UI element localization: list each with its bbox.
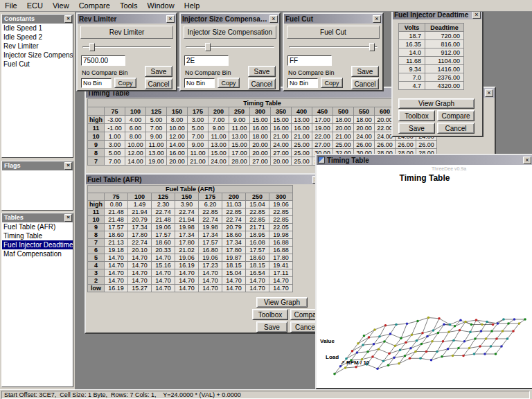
- copy-button[interactable]: Copy: [218, 78, 240, 88]
- table-cell[interactable]: 22.85: [269, 216, 293, 224]
- toolbox-button[interactable]: Toolbox: [252, 309, 288, 320]
- table-cell[interactable]: 19.98: [175, 224, 199, 231]
- table-cell[interactable]: 1104.00: [425, 57, 464, 65]
- close-icon[interactable]: ×: [523, 157, 531, 164]
- table-cell[interactable]: 17.80: [175, 239, 199, 247]
- table-cell[interactable]: 21.48: [105, 209, 128, 216]
- table-cell[interactable]: 16.08: [246, 239, 269, 247]
- table-cell[interactable]: 27.00: [250, 157, 271, 166]
- table-cell[interactable]: 17.80: [128, 231, 152, 239]
- table-cell[interactable]: 12.00: [167, 132, 188, 141]
- table-cell[interactable]: 19.87: [222, 254, 246, 262]
- table-cell[interactable]: 15.16: [152, 262, 175, 269]
- row-header[interactable]: 7: [88, 239, 105, 247]
- cancel-button[interactable]: Cancel: [248, 78, 276, 89]
- table-cell[interactable]: 19.41: [269, 262, 293, 269]
- table-cell[interactable]: 16.00: [292, 124, 312, 132]
- table-cell[interactable]: 9.00: [146, 132, 167, 141]
- column-header[interactable]: 300: [250, 107, 271, 116]
- table-cell[interactable]: 17.00: [229, 149, 250, 157]
- table-cell[interactable]: 9.34: [399, 65, 425, 73]
- table-cell[interactable]: 4.7: [399, 82, 425, 90]
- table-cell[interactable]: 16.35: [399, 40, 425, 48]
- table-cell[interactable]: 5.00: [188, 124, 209, 132]
- table-cell[interactable]: 25.00: [292, 157, 312, 166]
- table-cell[interactable]: 13.00: [229, 132, 250, 141]
- constants-list-item[interactable]: Rev Limiter: [2, 42, 73, 51]
- table-cell[interactable]: 22.74: [175, 209, 199, 216]
- tables-list-item[interactable]: Fuel Table (AFR): [2, 222, 73, 231]
- table-cell[interactable]: 14.70: [269, 285, 293, 292]
- table-cell[interactable]: 14.00: [167, 141, 188, 149]
- table-cell[interactable]: 16.88: [269, 247, 293, 254]
- slider-thumb[interactable]: [89, 43, 95, 51]
- slider-thumb[interactable]: [205, 43, 211, 51]
- table-cell[interactable]: 16.54: [246, 269, 269, 277]
- table-cell[interactable]: 19.18: [105, 247, 128, 254]
- table-cell[interactable]: 20.10: [128, 247, 152, 254]
- table-cell[interactable]: 20.00: [333, 124, 354, 132]
- table-cell[interactable]: 14.70: [175, 285, 199, 292]
- table-cell[interactable]: 21.02: [175, 247, 199, 254]
- table-cell[interactable]: 14.70: [175, 269, 199, 277]
- table-cell[interactable]: 22.85: [246, 216, 269, 224]
- table-cell[interactable]: 18.7: [399, 32, 425, 40]
- constants-list-item[interactable]: Fuel Cut: [2, 60, 73, 69]
- column-header[interactable]: 175: [199, 193, 222, 201]
- table-cell[interactable]: 22.85: [199, 209, 222, 216]
- row-header[interactable]: 2: [88, 277, 105, 285]
- table-cell[interactable]: 21.13: [105, 239, 128, 247]
- table-cell[interactable]: 22.05: [269, 224, 293, 231]
- value-input[interactable]: [81, 55, 125, 66]
- table-cell[interactable]: 18.15: [222, 262, 246, 269]
- tables-list-item[interactable]: Timing Table: [2, 231, 73, 240]
- table-cell[interactable]: 20.00: [167, 157, 188, 166]
- table-cell[interactable]: 8.00: [167, 116, 188, 124]
- table-cell[interactable]: 17.80: [222, 247, 246, 254]
- table-cell[interactable]: 26.00: [396, 141, 416, 149]
- table-cell[interactable]: 28.00: [229, 157, 250, 166]
- table-cell[interactable]: 18.60: [222, 231, 246, 239]
- titlebar[interactable]: Fuel Table (AFR) ×: [86, 175, 322, 184]
- table-cell[interactable]: 18.00: [333, 116, 354, 124]
- value-slider[interactable]: [186, 42, 274, 52]
- menu-item[interactable]: Help: [179, 1, 205, 10]
- table-cell[interactable]: 15.04: [246, 201, 269, 209]
- column-header[interactable]: 450: [312, 107, 333, 116]
- table-cell[interactable]: 27.00: [271, 149, 292, 157]
- table-cell[interactable]: 10.00: [125, 141, 146, 149]
- table-cell[interactable]: 12.00: [125, 149, 146, 157]
- table-cell[interactable]: 19.06: [199, 254, 222, 262]
- table-cell[interactable]: 17.00: [312, 116, 333, 124]
- table-cell[interactable]: 3.90: [175, 201, 199, 209]
- close-icon[interactable]: ×: [166, 15, 175, 23]
- table-cell[interactable]: 18.60: [105, 231, 128, 239]
- table-cell[interactable]: 17.57: [199, 239, 222, 247]
- table-cell[interactable]: 21.71: [246, 224, 269, 231]
- tables-list-item[interactable]: Maf Compensation: [2, 249, 73, 258]
- menu-item[interactable]: Compare: [74, 1, 115, 10]
- table-cell[interactable]: 816.00: [425, 40, 464, 48]
- table-cell[interactable]: 14.70: [152, 285, 175, 292]
- table-cell[interactable]: 21.00: [292, 132, 312, 141]
- table-cell[interactable]: 11.68: [399, 57, 425, 65]
- save-button[interactable]: Save: [248, 66, 276, 77]
- table-cell[interactable]: 13.00: [209, 141, 229, 149]
- table-cell[interactable]: 15.27: [128, 285, 152, 292]
- table-cell[interactable]: 14.70: [105, 262, 128, 269]
- table-cell[interactable]: 1.49: [128, 201, 152, 209]
- table-cell[interactable]: 17.34: [222, 239, 246, 247]
- table-cell[interactable]: 22.74: [128, 239, 152, 247]
- table-cell[interactable]: 14.00: [125, 157, 146, 166]
- table-cell[interactable]: 18.15: [246, 262, 269, 269]
- constants-list-item[interactable]: Idle Speed 1: [2, 24, 73, 33]
- close-icon[interactable]: ×: [472, 11, 481, 19]
- row-header[interactable]: high: [88, 116, 105, 124]
- table-cell[interactable]: 14.70: [199, 285, 222, 292]
- table-cell[interactable]: 25.00: [292, 149, 312, 157]
- table-cell[interactable]: 0.80: [105, 201, 128, 209]
- table-cell[interactable]: 15.00: [250, 116, 271, 124]
- row-header[interactable]: 10: [88, 132, 105, 141]
- value-input[interactable]: [287, 55, 332, 66]
- table-cell[interactable]: 13.00: [146, 149, 167, 157]
